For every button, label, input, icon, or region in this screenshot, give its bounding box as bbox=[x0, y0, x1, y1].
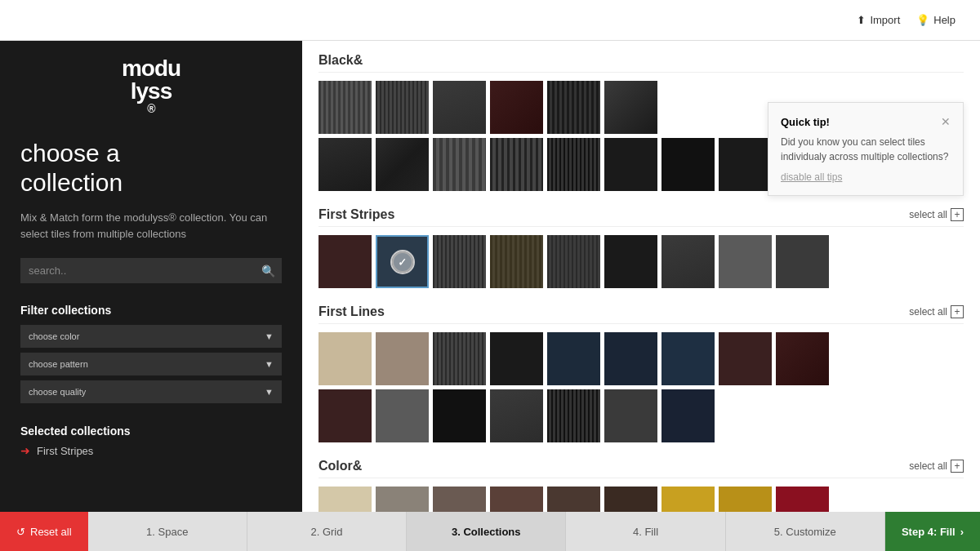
filter-pattern[interactable]: choose pattern ▼ bbox=[20, 353, 282, 375]
next-step-label: Step 4: Fill bbox=[902, 526, 956, 538]
tile[interactable] bbox=[719, 487, 772, 512]
tile-inner bbox=[318, 235, 372, 288]
tile[interactable] bbox=[547, 487, 600, 512]
tile[interactable] bbox=[662, 235, 715, 288]
help-icon: 💡 bbox=[916, 14, 929, 26]
tile[interactable] bbox=[490, 81, 543, 134]
tile[interactable] bbox=[376, 138, 429, 191]
tile[interactable] bbox=[719, 235, 772, 288]
tile[interactable] bbox=[433, 487, 486, 512]
tile[interactable] bbox=[604, 389, 657, 442]
tile[interactable] bbox=[604, 138, 657, 191]
tile-inner bbox=[376, 81, 429, 134]
tile-inner bbox=[547, 138, 600, 191]
collection-section-1: First Stripesselect all +✓ bbox=[318, 207, 964, 288]
tile-inner bbox=[662, 138, 715, 191]
tile[interactable] bbox=[490, 487, 543, 512]
tile[interactable] bbox=[719, 332, 772, 385]
tile[interactable] bbox=[662, 332, 715, 385]
disable-tips-link[interactable]: disable all tips bbox=[781, 171, 842, 183]
next-step-button[interactable]: Step 4: Fill › bbox=[885, 512, 980, 551]
select-all-plus-icon: + bbox=[951, 305, 964, 318]
selected-item: ➜ First Stripes bbox=[20, 444, 282, 457]
tile-inner bbox=[719, 138, 772, 191]
filter-quality[interactable]: choose quality ▼ bbox=[20, 380, 282, 403]
step-tab-5[interactable]: 5. Customize bbox=[726, 512, 885, 551]
tile[interactable] bbox=[433, 389, 486, 442]
tile[interactable] bbox=[433, 81, 486, 134]
quick-tip-close-button[interactable]: ✕ bbox=[941, 115, 951, 128]
select-all-button-3[interactable]: select all + bbox=[909, 460, 964, 473]
tile[interactable] bbox=[776, 487, 829, 512]
select-all-button-1[interactable]: select all + bbox=[909, 208, 964, 221]
tile[interactable] bbox=[490, 389, 543, 442]
chevron-down-icon: ▼ bbox=[265, 359, 274, 369]
tile[interactable] bbox=[490, 235, 543, 288]
tile[interactable] bbox=[547, 389, 600, 442]
tile-inner bbox=[490, 487, 543, 512]
tile[interactable] bbox=[604, 487, 657, 512]
tile[interactable] bbox=[318, 81, 372, 134]
tile-inner bbox=[318, 332, 372, 385]
select-all-plus-icon: + bbox=[951, 208, 964, 221]
help-action[interactable]: 💡 Help bbox=[916, 14, 956, 26]
tile[interactable] bbox=[604, 235, 657, 288]
tile[interactable] bbox=[490, 138, 543, 191]
chevron-down-icon: ▼ bbox=[265, 387, 274, 397]
tile[interactable] bbox=[376, 332, 429, 385]
tile[interactable] bbox=[547, 138, 600, 191]
step-tab-2[interactable]: 2. Grid bbox=[247, 512, 407, 551]
tile[interactable] bbox=[318, 487, 372, 512]
tile[interactable] bbox=[547, 332, 600, 385]
tile-inner bbox=[604, 235, 657, 288]
tile[interactable] bbox=[604, 81, 657, 134]
collection-section-2: First Linesselect all + bbox=[318, 304, 964, 442]
tile-inner bbox=[776, 487, 829, 512]
tile-inner bbox=[604, 81, 657, 134]
tile-inner bbox=[433, 487, 486, 512]
tile-inner bbox=[604, 138, 657, 191]
tile[interactable] bbox=[376, 81, 429, 134]
tile-inner bbox=[662, 487, 715, 512]
step-tab-4[interactable]: 4. Fill bbox=[566, 512, 725, 551]
tile[interactable] bbox=[318, 235, 372, 288]
tiles-row-3-0 bbox=[318, 487, 964, 512]
import-action[interactable]: ⬆ Import bbox=[857, 14, 900, 26]
tile-inner bbox=[547, 487, 600, 512]
tile[interactable] bbox=[318, 332, 372, 385]
search-box: 🔍 bbox=[20, 258, 282, 283]
tile[interactable] bbox=[776, 235, 829, 288]
tile[interactable] bbox=[376, 389, 429, 442]
tile[interactable] bbox=[433, 138, 486, 191]
tile[interactable] bbox=[662, 389, 715, 442]
tile[interactable] bbox=[604, 332, 657, 385]
tile[interactable]: ✓ bbox=[376, 235, 429, 288]
tile[interactable] bbox=[547, 81, 600, 134]
tile[interactable] bbox=[776, 332, 829, 385]
tile-inner bbox=[547, 332, 600, 385]
tile[interactable] bbox=[662, 138, 715, 191]
tile[interactable] bbox=[433, 235, 486, 288]
logo-line2: lyss® bbox=[20, 80, 282, 114]
tile[interactable] bbox=[433, 332, 486, 385]
filter-color[interactable]: choose color ▼ bbox=[20, 325, 282, 348]
select-all-button-2[interactable]: select all + bbox=[909, 305, 964, 318]
quick-tip: Quick tip! ✕ Did you know you can select… bbox=[768, 102, 964, 196]
tile[interactable] bbox=[547, 235, 600, 288]
tile[interactable] bbox=[490, 332, 543, 385]
search-input[interactable] bbox=[20, 258, 282, 283]
selected-item-label: First Stripes bbox=[37, 445, 93, 457]
step-tab-3[interactable]: 3. Collections bbox=[407, 512, 566, 551]
reset-button[interactable]: ↺ Reset all bbox=[0, 512, 88, 551]
tile-inner bbox=[318, 81, 372, 134]
tile[interactable] bbox=[376, 487, 429, 512]
tile[interactable] bbox=[318, 138, 372, 191]
tile[interactable] bbox=[662, 487, 715, 512]
step-tab-1[interactable]: 1. Space bbox=[88, 512, 247, 551]
search-button[interactable]: 🔍 bbox=[261, 264, 275, 278]
tile-inner bbox=[662, 332, 715, 385]
tile-inner bbox=[490, 332, 543, 385]
tile[interactable] bbox=[318, 389, 372, 442]
tile-inner bbox=[433, 81, 486, 134]
tile[interactable] bbox=[719, 138, 772, 191]
